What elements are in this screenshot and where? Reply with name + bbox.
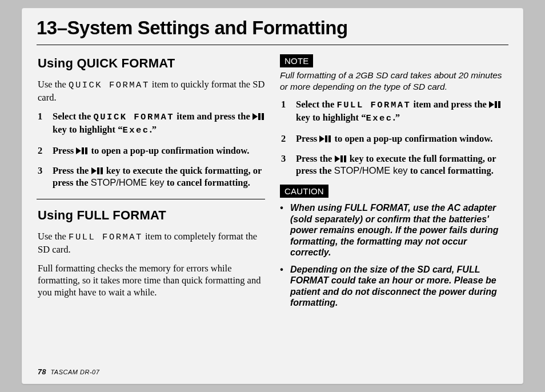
code-quick-format: QUICK FORMAT [69, 80, 150, 90]
divider [37, 199, 265, 199]
right-column: NOTE Full formatting of a 2GB SD card ta… [280, 51, 508, 314]
full-intro: Use the FULL FORMAT item to completely f… [38, 230, 265, 255]
manual-page: 13–System Settings and Formatting Using … [22, 8, 523, 384]
columns: Using QUICK FORMAT Use the QUICK FORMAT … [37, 51, 508, 314]
full-steps: Select the FULL FORMAT item and press th… [281, 98, 508, 177]
quick-intro: Use the QUICK FORMAT item to quickly for… [38, 78, 265, 103]
section-quick-format: Using QUICK FORMAT [38, 55, 265, 71]
caution-badge: CAUTION [280, 185, 328, 198]
product-model: TASCAM DR-07 [50, 369, 99, 375]
stop-home-key: STOP/HOME key [334, 165, 408, 175]
svg-rect-7 [97, 167, 99, 174]
play-pause-icon [253, 113, 265, 122]
full-step-1: Select the FULL FORMAT item and press th… [281, 98, 508, 125]
page-number: 78 [38, 368, 46, 376]
quick-steps: Select the QUICK FORMAT item and press t… [38, 110, 265, 189]
left-column: Using QUICK FORMAT Use the QUICK FORMAT … [37, 51, 265, 314]
caution-item-2: Depending on the size of the SD card, FU… [280, 264, 508, 309]
note-badge: NOTE [280, 54, 313, 67]
page-footer: 78 TASCAM DR-07 [38, 368, 99, 376]
quick-step-3: Press the key to execute the quick forma… [38, 165, 265, 189]
stop-home-key: STOP/HOME key [91, 177, 165, 187]
play-pause-icon [319, 135, 332, 145]
section-full-format: Using FULL FORMAT [38, 207, 265, 223]
svg-rect-4 [82, 147, 84, 154]
svg-rect-17 [344, 155, 346, 162]
note-text: Full formatting of a 2GB SD card takes a… [280, 70, 508, 93]
svg-marker-6 [91, 167, 97, 174]
play-pause-icon [335, 155, 347, 165]
svg-rect-10 [495, 101, 497, 108]
svg-rect-1 [258, 113, 261, 120]
play-pause-icon [489, 101, 502, 110]
svg-marker-9 [489, 101, 494, 108]
svg-rect-11 [498, 101, 500, 108]
caution-item-1: When using FULL FORMAT, use the AC adapt… [280, 202, 508, 258]
quick-step-1: Select the QUICK FORMAT item and press t… [38, 110, 265, 137]
svg-rect-8 [101, 167, 103, 174]
svg-marker-3 [76, 147, 81, 154]
play-pause-icon [76, 147, 89, 157]
svg-rect-14 [328, 135, 331, 142]
full-step-3: Press the key to execute the full format… [281, 153, 508, 177]
play-pause-icon [91, 167, 104, 177]
full-para2: Full formatting checks the memory for er… [38, 262, 265, 298]
code-full-format: FULL FORMAT [69, 232, 143, 242]
svg-rect-16 [340, 155, 343, 162]
svg-rect-13 [325, 135, 327, 142]
svg-marker-15 [335, 155, 340, 162]
svg-marker-12 [319, 135, 324, 142]
svg-marker-0 [253, 113, 258, 120]
caution-list: When using FULL FORMAT, use the AC adapt… [280, 202, 508, 309]
svg-rect-5 [85, 147, 87, 154]
svg-rect-2 [262, 113, 264, 120]
quick-step-2: Press to open a pop-up confirmation wind… [38, 145, 265, 157]
chapter-title: 13–System Settings and Formatting [37, 16, 508, 45]
full-step-2: Press to open a pop-up confirmation wind… [281, 133, 508, 145]
